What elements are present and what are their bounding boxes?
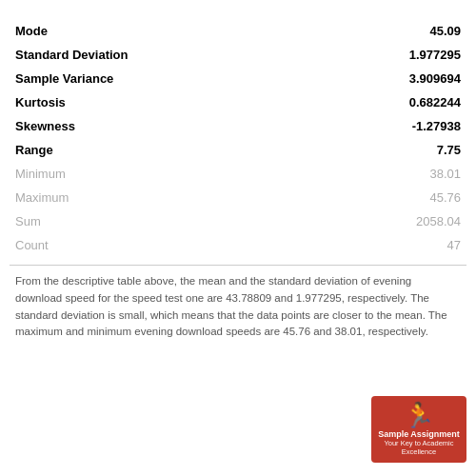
stat-value: 47 xyxy=(312,233,466,257)
stat-value: 2058.04 xyxy=(312,209,466,233)
main-container: Mode45.09Standard Deviation1.977295Sampl… xyxy=(0,0,476,476)
stat-value: 45.09 xyxy=(312,19,466,43)
table-row: Mode45.09 xyxy=(10,19,466,43)
watermark-subtitle: Your Key to Academic Excellence xyxy=(377,439,461,456)
stat-label: Range xyxy=(10,138,312,162)
watermark-title: Sample Assignment xyxy=(378,429,460,440)
stat-value: 45.76 xyxy=(312,186,466,209)
watermark-badge: 🏃 Sample Assignment Your Key to Academic… xyxy=(371,396,466,463)
stat-label: Count xyxy=(10,233,312,257)
stat-label: Mode xyxy=(10,19,312,43)
table-row: Range7.75 xyxy=(10,138,466,162)
stat-value: 3.909694 xyxy=(312,67,466,90)
stat-label: Maximum xyxy=(10,186,312,209)
table-row: Maximum45.76 xyxy=(10,186,466,209)
description-text: From the descriptive table above, the me… xyxy=(10,273,466,341)
table-row: Sample Variance3.909694 xyxy=(10,67,466,90)
stat-value: 38.01 xyxy=(312,162,466,186)
stat-label: Skewness xyxy=(10,114,312,138)
stat-value: 1.977295 xyxy=(312,43,466,67)
table-row: Kurtosis0.682244 xyxy=(10,90,466,114)
divider xyxy=(10,265,466,266)
stat-value: 0.682244 xyxy=(312,90,466,114)
table-row: Skewness-1.27938 xyxy=(10,114,466,138)
table-row: Standard Deviation1.977295 xyxy=(10,43,466,67)
stat-value: 7.75 xyxy=(312,138,466,162)
stat-label: Standard Deviation xyxy=(10,43,312,67)
table-row: Count47 xyxy=(10,233,466,257)
stat-label: Minimum xyxy=(10,162,312,186)
stat-value: -1.27938 xyxy=(312,114,466,138)
stat-label: Kurtosis xyxy=(10,90,312,114)
stat-label: Sum xyxy=(10,209,312,233)
stat-label: Sample Variance xyxy=(10,67,312,90)
stats-table: Mode45.09Standard Deviation1.977295Sampl… xyxy=(10,19,466,257)
table-row: Sum2058.04 xyxy=(10,209,466,233)
watermark-icon: 🏃 xyxy=(404,403,434,427)
table-row: Minimum38.01 xyxy=(10,162,466,186)
